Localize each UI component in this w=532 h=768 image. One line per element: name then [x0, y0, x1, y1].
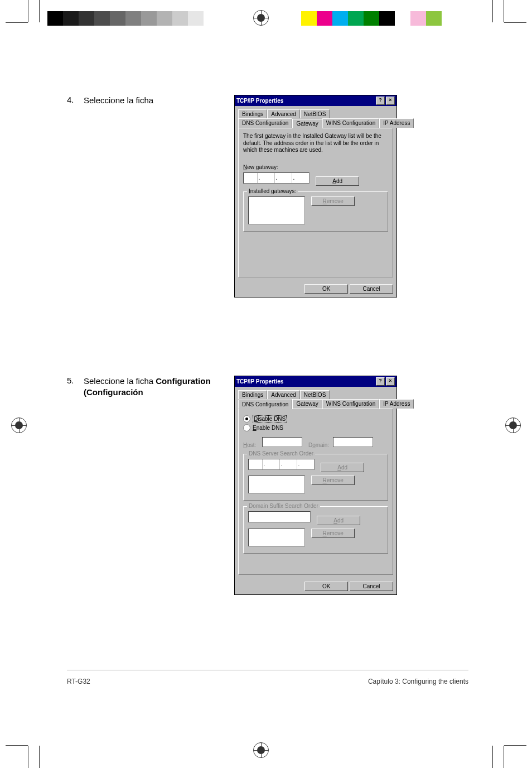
step-text: Seleccione la ficha Configuration (Confi…: [84, 376, 234, 397]
footer-rule: [67, 670, 468, 670]
step-number: 5.: [67, 376, 84, 385]
dns-server-order-group: DNS Server Search Order ... Add Remove: [243, 454, 388, 501]
ok-button[interactable]: OK: [304, 284, 348, 294]
panel-gateway: The first gateway in the Installed Gatew…: [238, 128, 393, 277]
footer-right: Capítulo 3: Configuring the clients: [368, 678, 468, 685]
dialog-buttons: OK Cancel: [235, 281, 396, 297]
remove-suffix-button[interactable]: Remove: [311, 529, 355, 538]
installed-gateways-list[interactable]: [248, 196, 305, 224]
register-marks-top: [0, 6, 532, 33]
dns-server-list[interactable]: [248, 476, 305, 493]
add-gateway-button[interactable]: Add: [316, 176, 359, 186]
swatch-bar-color: [301, 11, 442, 26]
step-5: 5. Seleccione la ficha Configuration (Co…: [67, 376, 468, 595]
tab-gateway[interactable]: Gateway: [292, 399, 322, 409]
radio-dot-icon: [243, 424, 250, 431]
new-gateway-label: New gateway:: [243, 164, 388, 170]
suffix-input[interactable]: [248, 511, 311, 522]
domain-label: Domain:: [308, 442, 329, 448]
tab-bindings[interactable]: Bindings: [238, 109, 267, 118]
step-text: Seleccione la ficha: [84, 95, 234, 106]
remove-dns-button[interactable]: Remove: [311, 476, 355, 485]
host-label: Host:: [243, 442, 256, 448]
dialog-titlebar: TCP/IP Properties ? ×: [235, 376, 396, 387]
tab-ip-address[interactable]: IP Address: [379, 399, 414, 409]
cancel-button[interactable]: Cancel: [350, 284, 393, 294]
radio-disable-dns[interactable]: Disable DNS: [243, 415, 388, 423]
step-number: 4.: [67, 95, 84, 104]
register-target-left-icon: [11, 417, 27, 433]
tab-ip-address[interactable]: IP Address: [379, 118, 414, 128]
domain-suffix-order-group: Domain Suffix Search Order Add Remove: [243, 506, 388, 554]
radio-dot-icon: [243, 415, 250, 423]
tab-strip: Bindings Advanced NetBIOS DNS Configurat…: [235, 106, 396, 128]
help-button[interactable]: ?: [376, 377, 385, 386]
tab-strip: Bindings Advanced NetBIOS DNS Configurat…: [235, 387, 396, 409]
dialog-titlebar: TCP/IP Properties ? ×: [235, 95, 396, 106]
domain-input[interactable]: [333, 437, 373, 447]
suffix-list[interactable]: [248, 529, 305, 546]
help-button[interactable]: ?: [376, 97, 385, 105]
installed-gateways-group: Installed gateways: Remove: [243, 191, 388, 232]
add-dns-button[interactable]: Add: [321, 463, 364, 472]
ok-button[interactable]: OK: [304, 582, 348, 591]
panel-dns: Disable DNS Enable DNS Host: Domain: DNS…: [238, 409, 393, 575]
add-suffix-button[interactable]: Add: [317, 516, 360, 525]
tab-netbios[interactable]: NetBIOS: [300, 390, 330, 399]
gateway-help-text: The first gateway in the Installed Gatew…: [243, 133, 388, 154]
tab-dns-config[interactable]: DNS Configuration: [238, 118, 292, 128]
page-content: 4. Seleccione la ficha TCP/IP Properties…: [67, 95, 468, 673]
new-gateway-input[interactable]: ...: [243, 172, 309, 184]
register-target-icon: [253, 742, 269, 758]
tab-netbios[interactable]: NetBIOS: [300, 109, 330, 118]
tab-wins-config[interactable]: WINS Configuration: [322, 399, 379, 409]
footer-left: RT-G32: [67, 678, 90, 685]
dialog-tcpip-dns: TCP/IP Properties ? × Bindings Advanced …: [234, 376, 397, 595]
tab-wins-config[interactable]: WINS Configuration: [322, 118, 379, 128]
tab-dns-config[interactable]: DNS Configuration: [238, 400, 292, 409]
close-button[interactable]: ×: [386, 377, 395, 386]
cancel-button[interactable]: Cancel: [350, 582, 393, 591]
dialog-title: TCP/IP Properties: [236, 98, 283, 104]
tab-gateway[interactable]: Gateway: [292, 119, 322, 128]
tab-advanced[interactable]: Advanced: [267, 109, 299, 118]
dialog-buttons: OK Cancel: [235, 578, 396, 594]
dialog-tcpip-gateway: TCP/IP Properties ? × Bindings Advanced …: [234, 95, 397, 297]
dns-server-input[interactable]: ...: [248, 459, 315, 470]
tab-advanced[interactable]: Advanced: [267, 390, 299, 399]
tab-bindings[interactable]: Bindings: [238, 390, 267, 399]
register-target-right-icon: [505, 417, 521, 433]
close-button[interactable]: ×: [386, 97, 395, 105]
register-marks-bottom: [0, 735, 532, 762]
page-footer: RT-G32 Capítulo 3: Configuring the clien…: [67, 678, 468, 685]
swatch-bar-gray: [47, 11, 204, 26]
remove-gateway-button[interactable]: Remove: [311, 196, 355, 206]
register-target-icon: [253, 10, 269, 26]
host-input[interactable]: [262, 437, 302, 447]
dialog-title: TCP/IP Properties: [236, 378, 283, 385]
radio-enable-dns[interactable]: Enable DNS: [243, 424, 388, 431]
step-4: 4. Seleccione la ficha TCP/IP Properties…: [67, 95, 468, 297]
